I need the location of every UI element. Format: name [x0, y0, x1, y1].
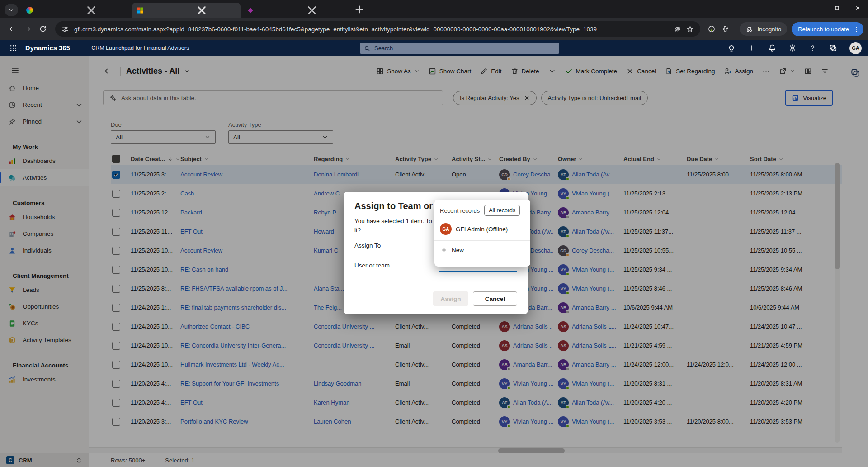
avatar: GA: [440, 223, 452, 235]
search-placeholder: Search: [374, 45, 393, 52]
lightbulb-icon[interactable]: [727, 44, 736, 52]
window-controls: [806, 0, 868, 15]
relaunch-label: Relaunch to update: [798, 26, 849, 33]
plus-icon: [441, 247, 448, 253]
app-name: CRM Launchpad for Financial Advisors: [91, 45, 189, 51]
close-icon: [855, 5, 861, 11]
lookup-result-item[interactable]: GA GFI Admin (Offline): [434, 219, 530, 238]
new-tab-button[interactable]: [354, 4, 365, 15]
settings-gear-icon[interactable]: [788, 44, 797, 52]
bookmark-star-icon[interactable]: [686, 25, 694, 33]
app-launcher-button[interactable]: [6, 41, 20, 55]
dialog-body-line2: it?: [354, 227, 361, 234]
microsoft-icon: [137, 7, 144, 14]
header-divider: [81, 44, 81, 52]
waffle-icon: [9, 44, 17, 52]
incognito-badge: Incognito: [740, 22, 787, 36]
chevron-down-icon: [8, 7, 14, 13]
assign-button[interactable]: Assign: [433, 291, 468, 306]
kebab-menu-icon[interactable]: [853, 26, 860, 33]
notifications-bell-icon[interactable]: [768, 44, 776, 52]
help-icon[interactable]: [809, 44, 817, 52]
eye-off-icon[interactable]: [674, 25, 681, 33]
forward-icon: [24, 25, 32, 33]
forward-button[interactable]: [20, 21, 35, 37]
new-record-label: New: [452, 247, 464, 253]
site-settings-icon[interactable]: [61, 25, 69, 33]
tab-close-icon[interactable]: [42, 3, 141, 18]
quick-create-plus-icon[interactable]: [748, 44, 756, 52]
minimize-icon: [813, 5, 819, 11]
tab-search-button[interactable]: [5, 4, 18, 16]
divider: [434, 240, 530, 241]
power-apps-icon: [247, 7, 254, 14]
extension-button[interactable]: [705, 22, 718, 36]
account-avatar[interactable]: GA: [849, 42, 862, 54]
browser-tab-activities-a[interactable]: Activities Activities - All - Dynam...: [132, 3, 241, 18]
cancel-button[interactable]: Cancel: [473, 291, 517, 306]
url-bar[interactable]: gfi.crm3.dynamics.com/main.aspx?appid=84…: [55, 21, 700, 37]
incognito-label: Incognito: [757, 26, 781, 33]
tab-strip: Apps | M365 CopilotActivities Activities…: [0, 0, 868, 18]
tab-close-icon[interactable]: [152, 3, 251, 18]
maximize-button[interactable]: [826, 0, 847, 15]
back-icon: [8, 25, 16, 33]
lookup-flyout: Recent records All records GA GFI Admin …: [434, 200, 530, 267]
incognito-icon: [745, 25, 753, 33]
extension-icon: [708, 25, 716, 33]
back-button[interactable]: [5, 21, 20, 37]
close-window-button[interactable]: [847, 0, 868, 15]
browser-toolbar: gfi.crm3.dynamics.com/main.aspx?appid=84…: [0, 18, 868, 40]
puzzle-icon: [721, 25, 729, 33]
tab-close-icon[interactable]: [262, 3, 362, 18]
copilot-icon[interactable]: [829, 44, 837, 52]
browser-tab-individual[interactable]: Individual - FA Form: [242, 3, 351, 18]
m365-copilot-icon: [26, 7, 33, 14]
all-records-button[interactable]: All records: [484, 205, 520, 216]
minimize-button[interactable]: [806, 0, 826, 15]
relaunch-to-update-button[interactable]: Relaunch to update: [792, 22, 863, 36]
toolbar-divider: [736, 25, 736, 33]
reload-button[interactable]: [35, 21, 51, 37]
url-text[interactable]: gfi.crm3.dynamics.com/main.aspx?appid=84…: [74, 26, 669, 33]
user-or-team-label: User or team: [354, 262, 439, 269]
plus-icon: [354, 4, 365, 15]
brand-title: Dynamics 365: [25, 44, 70, 52]
reload-icon: [39, 25, 47, 33]
recent-records-label: Recent records: [440, 207, 480, 214]
new-record-button[interactable]: New: [434, 243, 530, 257]
browser-window: Apps | M365 CopilotActivities Activities…: [0, 0, 868, 467]
maximize-icon: [834, 5, 840, 11]
global-search-input[interactable]: Search: [360, 43, 559, 54]
browser-tab-apps-m365[interactable]: Apps | M365 Copilot: [22, 3, 130, 18]
search-icon: [364, 45, 370, 52]
lookup-result-name: GFI Admin (Offline): [456, 226, 508, 233]
d365-header: Dynamics 365 CRM Launchpad for Financial…: [0, 40, 868, 56]
extensions-puzzle-button[interactable]: [718, 22, 732, 36]
